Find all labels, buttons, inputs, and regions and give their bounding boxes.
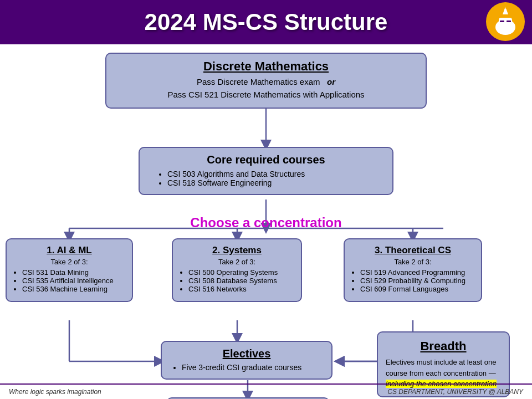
theoretical-item-1: CSI 519 Advanced Programming: [360, 268, 474, 277]
discrete-or: or: [327, 77, 335, 86]
ai-sub: Take 2 of 3:: [13, 258, 125, 266]
ai-ml-box: 1. AI & ML Take 2 of 3: CSI 531 Data Min…: [6, 238, 133, 302]
theoretical-title: 3. Theoretical CS: [351, 245, 474, 256]
main-area: Discrete Mathematics Pass Discrete Mathe…: [0, 44, 532, 399]
theoretical-cs-box: 3. Theoretical CS Take 2 of 3: CSI 519 A…: [344, 238, 482, 302]
systems-box: 2. Systems Take 2 of 3: CSI 500 Operatin…: [172, 238, 302, 302]
choose-text: Choose a concentration: [190, 215, 341, 230]
systems-item-3: CSI 516 Networks: [188, 285, 294, 293]
core-item-2: CSI 518 Software Engineering: [167, 178, 381, 187]
systems-title: 2. Systems: [180, 245, 294, 256]
ai-item-1: CSI 531 Data Mining: [22, 268, 125, 277]
footer: Where logic sparks imagination CS DEPART…: [0, 383, 532, 399]
ai-item-2: CSI 535 Artificial Intelligence: [22, 277, 125, 285]
breadth-title: Breadth: [386, 339, 501, 354]
svg-rect-2: [499, 18, 512, 28]
ai-list: CSI 531 Data Mining CSI 535 Artificial I…: [13, 268, 125, 293]
theoretical-list: CSI 519 Advanced Programming CSI 529 Pro…: [351, 268, 474, 293]
discrete-line2: Pass CSI 521 Discrete Mathematics with A…: [167, 90, 364, 99]
core-courses-box: Core required courses CSI 503 Algorithms…: [139, 147, 393, 195]
electives-list: Five 3-credit CSI graduate courses: [171, 363, 323, 372]
electives-title: Electives: [171, 347, 323, 360]
ai-title: 1. AI & ML: [13, 245, 125, 256]
systems-list: CSI 500 Operating Systems CSI 508 Databa…: [180, 268, 294, 293]
svg-rect-6: [500, 21, 504, 22]
discrete-math-subtitle: Pass Discrete Mathematics exam or Pass C…: [117, 76, 415, 101]
systems-item-2: CSI 508 Database Systems: [188, 277, 294, 285]
page-title: 2024 MS-CS Structure: [11, 9, 521, 35]
discrete-line1: Pass Discrete Mathematics exam: [197, 77, 320, 86]
theoretical-item-3: CSI 609 Formal Languages: [360, 285, 474, 293]
footer-right: CS DEPARTMENT, UNIVERSITY @ ALBANY: [387, 388, 523, 396]
core-list: CSI 503 Algorithms and Data Structures C…: [151, 170, 381, 187]
core-item-1: CSI 503 Algorithms and Data Structures: [167, 170, 381, 178]
svg-rect-7: [507, 21, 511, 22]
theoretical-item-2: CSI 529 Probability & Computing: [360, 277, 474, 285]
university-logo: [483, 2, 528, 41]
core-title: Core required courses: [151, 154, 381, 166]
theoretical-sub: Take 2 of 3:: [351, 258, 474, 266]
footer-left: Where logic sparks imagination: [9, 388, 101, 396]
header: 2024 MS-CS Structure: [0, 0, 532, 44]
systems-sub: Take 2 of 3:: [180, 258, 294, 266]
electives-box: Electives Five 3-credit CSI graduate cou…: [161, 341, 332, 380]
breadth-body1: Electives must include at least one cour…: [386, 358, 496, 377]
ai-item-3: CSI 536 Machine Learning: [22, 285, 125, 293]
choose-concentration-label: Choose a concentration: [111, 215, 421, 231]
discrete-math-title: Discrete Mathematics: [117, 59, 415, 74]
systems-item-1: CSI 500 Operating Systems: [188, 268, 294, 277]
electives-item-1: Five 3-credit CSI graduate courses: [182, 363, 323, 372]
discrete-math-box: Discrete Mathematics Pass Discrete Mathe…: [105, 53, 427, 109]
